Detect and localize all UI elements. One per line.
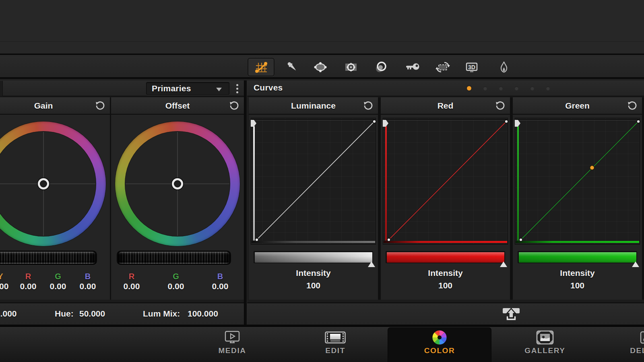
luminance-intensity-value[interactable]: 100 (249, 281, 378, 290)
red-intensity-label: Intensity (381, 268, 510, 278)
reset-icon (95, 101, 105, 111)
expand-upload-icon (502, 307, 520, 321)
green-curve-grid[interactable] (515, 118, 640, 245)
tab-deliver[interactable]: DELIVER (613, 327, 644, 362)
gain-wheel-panel: Gain Y R G B 0.00 0.00 (0, 97, 110, 300)
tracker-icon (344, 61, 358, 74)
curve-divider (378, 97, 381, 300)
offset-wheel-knob[interactable] (172, 178, 183, 189)
red-intensity-slider[interactable] (386, 251, 505, 263)
luminance-reset-button[interactable] (363, 101, 373, 111)
curves-tool-button[interactable] (248, 58, 275, 76)
key-tool-button[interactable] (401, 58, 424, 76)
luminance-header: Luminance (249, 97, 378, 115)
red-intensity-value[interactable]: 100 (381, 281, 510, 290)
curve-divider (642, 97, 644, 300)
tab-media[interactable]: MEDIA (196, 327, 268, 362)
pager-dot[interactable] (515, 86, 518, 90)
pager-dot[interactable] (483, 86, 487, 90)
luminance-curve[interactable] (251, 118, 376, 245)
pager-dot[interactable] (499, 86, 503, 90)
luminance-intensity-slider[interactable] (254, 251, 373, 263)
motion-effects-tool-button[interactable] (493, 58, 515, 76)
tab-media-label: MEDIA (218, 346, 246, 355)
gain-channel-label-y: Y (0, 272, 3, 281)
offset-value-g[interactable]: 0.00 (168, 282, 184, 291)
color-wheels-panel: Gain Y R G B 0.00 0.00 (0, 97, 244, 302)
stereo-3d-tool-button[interactable]: 3D (460, 58, 483, 76)
stereo-3d-icon: 3D (465, 61, 479, 74)
green-curve-panel: Green (513, 97, 642, 300)
curves-panel-header (247, 80, 644, 97)
offset-value-r[interactable]: 0.00 (124, 282, 140, 291)
reset-icon (229, 101, 239, 111)
red-reset-button[interactable] (495, 101, 505, 111)
luminance-curve-grid[interactable] (251, 118, 376, 245)
flame-icon (498, 61, 510, 74)
wheels-options-menu-button[interactable] (233, 82, 241, 95)
partial-parameter-value[interactable]: 0.000 (0, 309, 17, 319)
lum-mix-label: Lum Mix: (143, 309, 180, 319)
offset-channel-label-b: B (217, 272, 223, 281)
green-title: Green (513, 101, 642, 111)
svg-text:3D: 3D (468, 64, 475, 70)
green-intensity-value[interactable]: 100 (513, 281, 642, 290)
tab-gallery-label: GALLERY (524, 346, 565, 355)
reset-icon (627, 101, 637, 111)
green-intensity-label: Intensity (513, 268, 642, 278)
green-reset-button[interactable] (627, 101, 637, 111)
luminance-curve-panel: Luminance (249, 97, 378, 300)
gain-channel-label-b: B (85, 272, 91, 281)
key-icon (405, 61, 420, 74)
gain-wheel-knob[interactable] (38, 178, 49, 189)
wheel-mode-dropdown[interactable]: Primaries (146, 82, 229, 95)
pager-dot[interactable] (530, 86, 534, 90)
offset-reset-button[interactable] (229, 101, 239, 111)
tab-gallery[interactable]: GALLERY (509, 327, 581, 362)
green-curve-point[interactable] (590, 166, 594, 170)
tab-color[interactable]: COLOR (403, 327, 476, 362)
sizing-tool-button[interactable] (431, 58, 454, 76)
gain-reset-button[interactable] (95, 101, 105, 111)
hue-value[interactable]: 50.000 (79, 309, 105, 319)
tab-color-label: COLOR (424, 346, 455, 355)
panel-divider (244, 80, 247, 325)
luminance-title: Luminance (249, 101, 378, 111)
curves-panel-title: Curves (254, 83, 283, 93)
expand-palette-button[interactable] (502, 306, 521, 323)
gain-value-y[interactable]: 0.00 (0, 282, 8, 291)
qualifier-picker-tool-button[interactable] (281, 58, 304, 76)
offset-wheel-panel: Offset R G B 0.00 0.00 (111, 97, 244, 300)
green-intensity-slider[interactable] (518, 251, 637, 263)
media-page-icon (224, 330, 241, 345)
red-curve[interactable] (383, 118, 508, 245)
gallery-page-icon (536, 330, 554, 345)
pager-dot[interactable] (546, 86, 550, 90)
divider (0, 53, 644, 56)
gain-master-wheel[interactable] (0, 251, 97, 265)
red-curve-grid[interactable] (383, 118, 508, 245)
tab-edit-label: EDIT (325, 346, 345, 355)
gain-value-b[interactable]: 0.00 (80, 282, 96, 291)
offset-master-wheel[interactable] (117, 251, 231, 265)
gain-title: Gain (0, 101, 110, 111)
gain-header: Gain (0, 97, 110, 115)
green-curve[interactable] (515, 118, 640, 245)
gain-value-g[interactable]: 0.00 (50, 282, 66, 291)
blur-tool-button[interactable] (370, 58, 392, 76)
color-page-icon (431, 329, 448, 346)
pager-dot-active[interactable] (467, 86, 471, 90)
offset-title: Offset (111, 101, 244, 111)
curves-pager-dots (467, 86, 550, 90)
power-window-tool-button[interactable] (309, 58, 332, 76)
reset-icon (495, 101, 505, 111)
curves-editors-panel: Luminance (247, 97, 644, 302)
tracker-tool-button[interactable] (340, 58, 362, 76)
palette-toolbar: 3D (0, 56, 644, 79)
green-header: Green (513, 97, 642, 115)
gain-value-r[interactable]: 0.00 (20, 282, 37, 291)
offset-value-b[interactable]: 0.00 (212, 282, 229, 291)
tab-edit[interactable]: EDIT (299, 327, 372, 362)
eyedropper-icon (285, 60, 300, 74)
lum-mix-value[interactable]: 100.000 (188, 309, 218, 319)
